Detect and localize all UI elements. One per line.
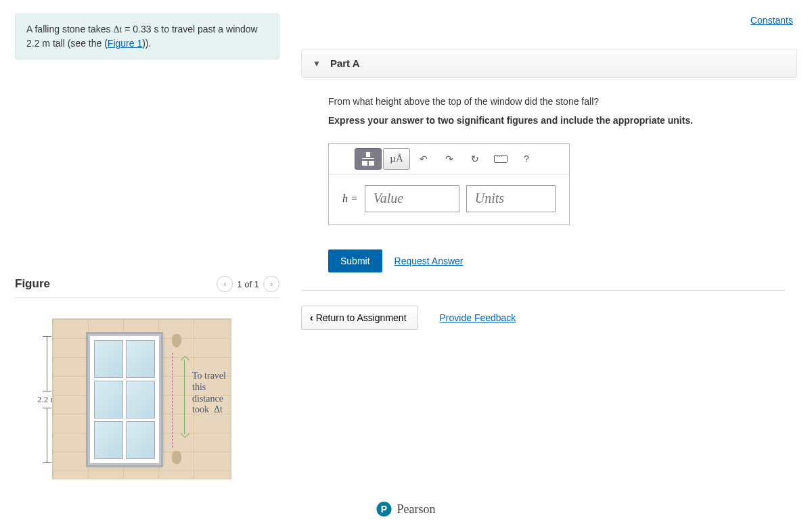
feedback-link[interactable]: Provide Feedback xyxy=(440,312,516,323)
chevron-left-icon: ‹ xyxy=(310,312,313,323)
variable-label: h = xyxy=(342,193,358,205)
undo-button[interactable]: ↶ xyxy=(411,149,436,169)
constants-link[interactable]: Constants xyxy=(750,15,793,26)
instruction-text: Express your answer to two significant f… xyxy=(328,113,785,128)
return-button[interactable]: ‹Return to Assignment xyxy=(301,306,418,330)
problem-statement: A falling stone takes Δt = 0.33 s to tra… xyxy=(15,14,279,59)
keyboard-icon xyxy=(494,155,508,163)
problem-text: A falling stone takes xyxy=(26,24,113,34)
fraction-icon xyxy=(362,152,374,166)
figure-caption: To travel this distance took Δt xyxy=(192,370,226,416)
reset-icon: ↻ xyxy=(471,153,479,164)
units-button[interactable]: µÅ xyxy=(383,148,410,170)
part-label: Part A xyxy=(330,57,360,69)
figure-header: Figure ‹ 1 of 1 › xyxy=(15,276,279,298)
templates-button[interactable] xyxy=(355,148,382,170)
pearson-logo-icon: P xyxy=(377,502,392,517)
footer-brand: P Pearson xyxy=(377,502,436,517)
figure-link[interactable]: Figure 1 xyxy=(108,38,142,49)
undo-icon: ↶ xyxy=(420,153,428,164)
figure-image: 2.2 m To travel this distance took Δt xyxy=(15,318,204,479)
redo-icon: ↷ xyxy=(445,153,453,164)
problem-eq: = 0.33 s xyxy=(122,24,158,34)
help-icon: ? xyxy=(524,153,529,164)
collapse-icon: ▼ xyxy=(313,59,321,68)
figure-title: Figure xyxy=(15,277,50,291)
help-button[interactable]: ? xyxy=(514,149,539,169)
figure-next-button[interactable]: › xyxy=(263,276,279,292)
return-label: Return to Assignment xyxy=(316,312,407,323)
units-input[interactable] xyxy=(466,185,556,212)
figure-prev-button[interactable]: ‹ xyxy=(217,276,233,292)
keyboard-button[interactable] xyxy=(489,149,513,169)
redo-button[interactable]: ↷ xyxy=(437,149,461,169)
answer-box: µÅ ↶ ↷ ↻ ? h = xyxy=(328,143,570,225)
brand-text: Pearson xyxy=(397,502,436,517)
figure-nav-text: 1 of 1 xyxy=(237,279,259,289)
question-text: From what height above the top of the wi… xyxy=(328,94,785,109)
submit-button[interactable]: Submit xyxy=(328,249,382,272)
value-input[interactable] xyxy=(365,185,459,212)
reset-button[interactable]: ↻ xyxy=(463,149,487,169)
delta-t: Δt xyxy=(113,24,122,34)
part-header[interactable]: ▼ Part A xyxy=(301,49,797,78)
problem-end: )). xyxy=(142,38,151,49)
units-icon-label: µÅ xyxy=(390,153,403,164)
request-answer-link[interactable]: Request Answer xyxy=(394,256,464,266)
